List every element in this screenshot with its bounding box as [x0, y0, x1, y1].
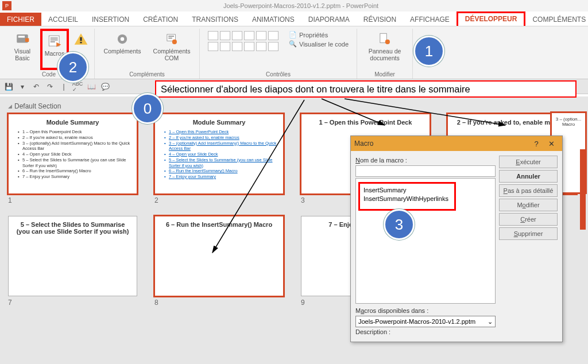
save-icon[interactable]: 💾	[3, 82, 14, 92]
group-controls-label: Contrôles	[266, 70, 291, 79]
svg-rect-15	[168, 38, 172, 39]
group-modify-label: Modifier	[374, 70, 395, 79]
visual-basic-icon	[14, 31, 31, 47]
svg-rect-2	[25, 38, 29, 42]
slide-title: Module Summary	[161, 119, 277, 126]
undo-icon[interactable]: ↶	[31, 82, 41, 92]
spellcheck-icon[interactable]: ABC✓	[72, 82, 83, 92]
com-addins-label: Compléments COM	[149, 48, 195, 61]
slide-thumb[interactable]: 6 – Run the InsertSummary() Macro 8	[154, 216, 284, 307]
macro-list[interactable]: InsertSummary InsertSummaryWithHyperlink…	[355, 178, 496, 304]
svg-rect-5	[51, 40, 58, 41]
tab-addins[interactable]: COMPLÉMENTS	[525, 13, 588, 26]
instruction-box: Sélectionner d'abord les diapos dont on …	[155, 80, 577, 98]
tab-home[interactable]: ACCUEIL	[41, 13, 85, 26]
tab-view[interactable]: AFFICHAGE	[403, 13, 457, 26]
code-icon: 🔍	[289, 40, 297, 48]
svg-rect-4	[51, 38, 58, 39]
slide-thumb[interactable]: Module Summary 1 – Open this Powerpoint …	[8, 114, 137, 204]
visual-basic-label: Visual Basic	[8, 48, 37, 61]
qat-dropdown-icon[interactable]: ▾	[17, 82, 28, 92]
callout-0: 0	[132, 93, 163, 124]
group-modify: Panneau de documents Modifier	[357, 29, 413, 79]
group-addins-label: Compléments	[129, 70, 165, 79]
slide-number: 7	[8, 299, 137, 307]
slide-thumb[interactable]: Module Summary 1 – Open this PowerPoint …	[154, 114, 284, 204]
cancel-button[interactable]: Annuler	[499, 170, 558, 183]
document-panel-label: Panneau de documents	[362, 48, 408, 61]
document-panel-icon	[376, 31, 393, 47]
slide-title: Module Summary	[14, 119, 131, 126]
execute-button[interactable]: Exécuter	[499, 156, 558, 168]
tab-transitions[interactable]: TRANSITIONS	[185, 13, 245, 26]
slide-content: 1 – Open this Powerpoint Deck2 – If you'…	[14, 129, 131, 180]
selection-edge	[580, 149, 586, 230]
addins-button[interactable]: Compléments	[99, 29, 145, 70]
tab-animations[interactable]: ANIMATIONS	[245, 13, 301, 26]
window-title: Joels-Powerpoint-Macros-2010-v1.2.pptm -…	[14, 2, 588, 9]
warning-icon	[72, 31, 90, 47]
slide-title: 5 – Select the Slides to Summarise (you …	[14, 221, 131, 235]
close-icon[interactable]: ✕	[544, 140, 559, 148]
com-icon	[163, 31, 180, 47]
control-gallery[interactable]	[204, 29, 282, 70]
callout-3: 3	[384, 209, 415, 240]
view-code-label: Visualiser le code	[299, 41, 349, 48]
dialog-titlebar[interactable]: Macro ? ✕	[351, 136, 562, 151]
powerpoint-icon: P	[2, 1, 11, 10]
chevron-down-icon: ⌄	[488, 318, 493, 326]
slide-number: 2	[154, 196, 284, 204]
redo-icon[interactable]: ↷	[45, 82, 55, 92]
slide-title: 3 – (option... Macro	[554, 117, 583, 127]
tab-review[interactable]: RÉVISION	[357, 13, 403, 26]
comment-icon[interactable]: 💬	[100, 82, 110, 92]
tab-developer[interactable]: DÉVELOPPEUR	[457, 11, 526, 26]
step-button[interactable]: Pas à pas détaillé	[499, 184, 558, 197]
com-addins-button[interactable]: Compléments COM	[149, 29, 195, 70]
slide-number: 1	[8, 196, 137, 204]
view-code-button[interactable]: 🔍Visualiser le code	[289, 40, 349, 48]
macro-list-item[interactable]: InsertSummaryWithHyperlinks	[363, 195, 451, 203]
modify-button[interactable]: Modifier	[499, 199, 558, 211]
slide-title: 6 – Run the InsertSummary() Macro	[161, 221, 277, 228]
macro-list-item[interactable]: InsertSummary	[363, 186, 451, 195]
slide-content: 1 – Open this PowerPoint Deck2 – If you'…	[161, 129, 277, 180]
tab-insert[interactable]: INSERTION	[85, 13, 136, 26]
macro-dialog: Macro ? ✕ NNom de la macro :om de la mac…	[350, 135, 563, 342]
group-controls: 📄Propriétés 🔍Visualiser le code Contrôle…	[200, 29, 357, 79]
callout-2: 2	[57, 52, 88, 83]
macro-name-input[interactable]	[355, 165, 496, 177]
document-panel-button[interactable]: Panneau de documents	[362, 29, 408, 70]
macro-name-label: NNom de la macro :om de la macro :	[355, 157, 496, 164]
svg-point-18	[385, 40, 390, 44]
tab-create[interactable]: CRÉATION	[136, 13, 185, 26]
macros-in-label: Macros disponibles dans :	[355, 307, 496, 314]
research-icon[interactable]: 📖	[86, 82, 96, 92]
tab-slideshow[interactable]: DIAPORAMA	[301, 13, 357, 26]
create-button[interactable]: Créer	[499, 213, 558, 226]
qat-sep: |	[59, 82, 69, 92]
properties-button[interactable]: 📄Propriétés	[289, 31, 349, 38]
delete-button[interactable]: Supprimer	[499, 227, 558, 240]
svg-rect-9	[80, 37, 82, 41]
visual-basic-button[interactable]: Visual Basic	[8, 29, 37, 70]
svg-rect-1	[18, 36, 25, 37]
title-bar: P Joels-Powerpoint-Macros-2010-v1.2.pptm…	[0, 0, 588, 11]
section-header[interactable]: Default Section	[8, 102, 580, 110]
help-icon[interactable]: ?	[529, 140, 544, 148]
group-code-label: Code	[42, 70, 56, 79]
macros-in-select[interactable]: Joels-Powerpoint-Macros-2010-v1.2.pptm⌄	[355, 316, 496, 327]
slide-number: 8	[154, 299, 284, 307]
group-addins: Compléments Compléments COM Compléments	[95, 29, 200, 79]
svg-point-12	[121, 37, 125, 41]
macros-icon	[46, 33, 63, 49]
properties-icon: 📄	[289, 31, 297, 38]
svg-rect-6	[51, 41, 55, 42]
dialog-title: Macro	[354, 140, 373, 148]
description-label: Description :	[355, 328, 496, 335]
addins-label: Compléments	[104, 48, 141, 55]
properties-label: Propriétés	[299, 32, 328, 38]
slide-thumb[interactable]: 5 – Select the Slides to Summarise (you …	[8, 216, 137, 307]
tab-file[interactable]: FICHIER	[0, 13, 41, 26]
gear-icon	[114, 31, 131, 47]
